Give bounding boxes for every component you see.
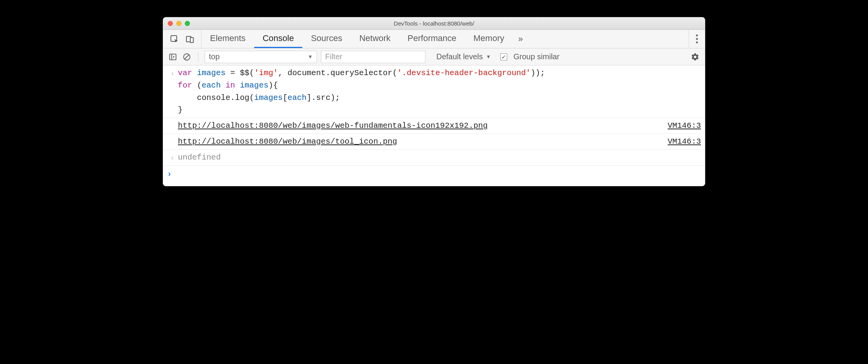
tab-label: Console	[263, 33, 294, 43]
log-message: http://localhost:8080/web/images/tool_ic…	[178, 136, 660, 148]
tabbar-left-tools	[163, 30, 202, 48]
settings-menu-button[interactable]	[694, 32, 700, 46]
console-body: var images = $$('img', document.querySel…	[163, 65, 705, 186]
chevron-double-right-icon: »	[518, 34, 523, 44]
tab-memory[interactable]: Memory	[465, 30, 513, 48]
prompt-chevron-icon: ›	[167, 168, 178, 180]
console-return-row: undefined	[163, 150, 705, 166]
console-prompt-row: ›	[163, 166, 705, 186]
tab-console[interactable]: Console	[254, 30, 303, 48]
log-url-link[interactable]: http://localhost:8080/web/images/web-fun…	[178, 121, 488, 130]
group-similar-checkbox[interactable]: ✓	[500, 53, 507, 60]
return-marker-icon	[167, 151, 178, 164]
group-similar-label: Group similar	[513, 52, 560, 61]
tab-label: Sources	[311, 33, 342, 43]
gutter	[167, 120, 178, 132]
log-source-link[interactable]: VM146:3	[660, 120, 701, 132]
tabbar-right	[689, 30, 705, 48]
dropdown-triangle-icon: ▼	[308, 54, 313, 60]
panel-tabs: Elements Console Sources Network Perform…	[202, 30, 513, 48]
log-source-link[interactable]: VM146:3	[660, 136, 701, 148]
traffic-lights	[168, 21, 190, 26]
maximize-button[interactable]	[185, 21, 190, 26]
titlebar: DevTools - localhost:8080/web/	[163, 17, 705, 30]
filter-input[interactable]	[321, 51, 425, 63]
tabs-overflow-button[interactable]: »	[513, 30, 528, 48]
console-log-row: http://localhost:8080/web/images/tool_ic…	[163, 134, 705, 150]
log-levels-selector[interactable]: Default levels ▼	[436, 52, 491, 61]
tab-performance[interactable]: Performance	[399, 30, 465, 48]
clear-console-icon[interactable]	[182, 52, 192, 62]
tab-network[interactable]: Network	[351, 30, 399, 48]
context-selector[interactable]: top ▼	[205, 51, 317, 63]
levels-label: Default levels	[436, 52, 483, 61]
device-toggle-icon[interactable]	[185, 34, 195, 44]
svg-rect-3	[170, 54, 176, 60]
log-message: http://localhost:8080/web/images/web-fun…	[178, 120, 660, 132]
return-value: undefined	[178, 151, 701, 164]
log-url-link[interactable]: http://localhost:8080/web/images/tool_ic…	[178, 137, 397, 146]
console-log-row: http://localhost:8080/web/images/web-fun…	[163, 118, 705, 134]
tab-elements[interactable]: Elements	[202, 30, 254, 48]
input-code[interactable]: var images = $$('img', document.querySel…	[178, 67, 701, 116]
toggle-sidebar-icon[interactable]	[168, 52, 178, 62]
svg-line-6	[185, 55, 189, 59]
console-prompt-input[interactable]	[178, 168, 701, 180]
minimize-button[interactable]	[176, 21, 181, 26]
devtools-tabbar: Elements Console Sources Network Perform…	[163, 30, 705, 48]
close-button[interactable]	[168, 21, 173, 26]
inspect-element-icon[interactable]	[169, 34, 179, 44]
gutter	[167, 136, 178, 148]
tab-label: Performance	[408, 33, 456, 43]
tab-label: Network	[359, 33, 391, 43]
tab-label: Memory	[474, 33, 504, 43]
tab-sources[interactable]: Sources	[302, 30, 351, 48]
svg-rect-2	[190, 38, 193, 43]
console-settings-icon[interactable]	[690, 52, 700, 62]
window-title: DevTools - localhost:8080/web/	[163, 20, 705, 27]
tab-label: Elements	[210, 33, 246, 43]
dropdown-triangle-icon: ▼	[486, 54, 491, 60]
console-toolbar: top ▼ Default levels ▼ ✓ Group similar	[163, 48, 705, 65]
context-value: top	[209, 52, 220, 61]
console-input-echo: var images = $$('img', document.querySel…	[163, 65, 705, 118]
input-marker-icon	[167, 67, 178, 116]
divider	[198, 52, 198, 62]
devtools-window: DevTools - localhost:8080/web/ Elements …	[163, 17, 705, 186]
